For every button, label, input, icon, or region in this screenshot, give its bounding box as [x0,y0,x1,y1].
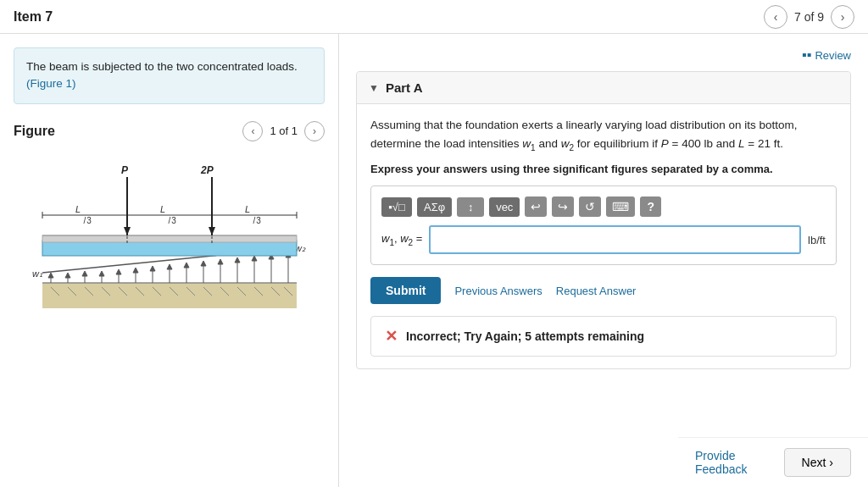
error-icon: ✕ [385,327,398,346]
header-navigation: ‹ 7 of 9 › [764,5,854,29]
undo-button[interactable]: ↩ [525,196,547,217]
figure-prev-button[interactable]: ‹ [242,121,263,141]
svg-marker-74 [209,227,215,235]
svg-text:L: L [159,204,164,214]
chevron-down-icon[interactable]: ▼ [369,82,379,94]
refresh-button[interactable]: ↺ [579,196,601,217]
beam-figure: w₁ w₂ L / 3 [25,152,314,321]
svg-rect-50 [42,235,297,242]
review-icon: ▪▪ [802,47,811,63]
svg-text:L: L [244,204,249,214]
prev-item-button[interactable]: ‹ [764,5,787,29]
up-down-button[interactable]: ↕ [457,197,484,217]
svg-marker-71 [124,227,131,235]
next-arrow-icon: › [829,456,833,469]
svg-rect-49 [42,241,297,256]
svg-marker-40 [235,257,240,263]
next-button[interactable]: Next › [784,448,851,477]
page-title: Item 7 [14,9,53,25]
svg-text:L: L [75,204,80,214]
item-title: Item 7 [14,9,53,24]
svg-marker-38 [218,259,223,264]
problem-text: Assuming that the foundation exerts a li… [370,116,837,154]
part-title: Part A [386,80,423,95]
svg-marker-30 [150,266,155,271]
page-header: Item 7 ‹ 7 of 9 › [0,0,868,34]
right-panel: ▪▪ Review ▼ Part A Assuming that the fou… [339,34,868,487]
vec-button[interactable]: vec [489,197,520,217]
svg-marker-22 [82,271,87,276]
svg-text:3: 3 [256,216,261,225]
figure-link[interactable]: (Figure 1) [26,77,76,90]
answer-input[interactable] [429,225,801,254]
next-item-button[interactable]: › [831,5,854,29]
action-row: Submit Previous Answers Request Answer [370,277,837,304]
svg-text:2P: 2P [200,164,214,176]
figure-header: Figure ‹ 1 of 1 › [14,121,325,141]
figure-next-button[interactable]: › [304,121,325,141]
svg-marker-20 [65,273,70,278]
svg-text:3: 3 [86,216,92,225]
part-section: ▼ Part A Assuming that the foundation ex… [356,71,851,369]
part-header: ▼ Part A [357,72,850,104]
main-layout: The beam is subjected to the two concent… [0,34,868,487]
math-toolbar: ▪√□ ΑΣφ ↕ vec ↩ ↪ ↺ ⌨ ? [381,196,826,217]
answer-unit: lb/ft [808,234,826,246]
svg-text:/: / [253,216,255,225]
svg-rect-0 [42,283,297,308]
svg-text:/: / [83,216,86,225]
page-footer: Provide Feedback Next › [678,437,868,487]
svg-marker-34 [184,263,189,268]
left-panel: The beam is subjected to the two concent… [0,34,339,487]
svg-marker-24 [99,271,104,276]
part-content: Assuming that the foundation exerts a li… [357,104,850,368]
svg-marker-28 [133,268,138,273]
svg-marker-32 [167,264,172,269]
answer-box: ▪√□ ΑΣφ ↕ vec ↩ ↪ ↺ ⌨ ? w1, w2 = [370,185,837,265]
review-link[interactable]: ▪▪ Review [356,47,851,63]
request-answer-link[interactable]: Request Answer [556,285,637,297]
error-box: ✕ Incorrect; Try Again; 5 attempts remai… [370,316,837,357]
svg-marker-42 [252,256,257,261]
answer-row: w1, w2 = lb/ft [381,225,826,254]
submit-button[interactable]: Submit [370,277,441,304]
figure-nav: ‹ 1 of 1 › [242,121,325,141]
keyboard-button[interactable]: ⌨ [606,196,635,217]
symbols-button[interactable]: ΑΣφ [417,197,452,217]
page-indicator: 7 of 9 [794,10,824,24]
svg-text:3: 3 [171,216,176,225]
answer-label: w1, w2 = [381,232,422,247]
svg-marker-36 [201,261,206,266]
figure-counter: 1 of 1 [270,125,298,137]
matrix-sqrt-button[interactable]: ▪√□ [381,197,412,217]
figure-section: Figure ‹ 1 of 1 › [14,121,325,321]
svg-text:P: P [121,164,129,176]
figure-title: Figure [14,124,55,139]
svg-marker-26 [116,269,121,274]
error-message: Incorrect; Try Again; 5 attempts remaini… [406,329,644,343]
svg-text:/: / [168,216,170,225]
redo-button[interactable]: ↪ [552,196,574,217]
provide-feedback-link[interactable]: Provide Feedback [695,449,784,476]
help-button[interactable]: ? [640,196,661,217]
svg-text:w₁: w₁ [32,268,42,279]
review-link-container: ▪▪ Review [356,47,851,63]
previous-answers-link[interactable]: Previous Answers [454,285,542,297]
svg-marker-18 [48,273,53,278]
bold-instruction: Express your answers using three signifi… [370,163,837,175]
problem-info-box: The beam is subjected to the two concent… [14,47,325,104]
info-text: The beam is subjected to the two concent… [26,60,298,73]
